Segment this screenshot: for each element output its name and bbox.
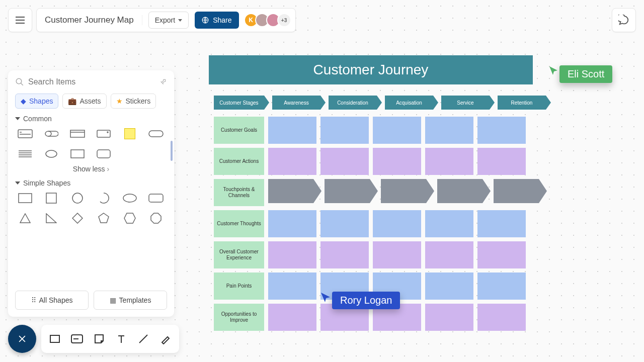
journey-cell[interactable] [320, 210, 369, 237]
row-label[interactable]: Customer Goals [214, 117, 264, 144]
journey-cell[interactable] [373, 241, 421, 268]
presence-label: Rory Logan [332, 292, 400, 309]
shape-wireframe[interactable] [67, 127, 88, 141]
journey-cell[interactable] [268, 241, 316, 268]
shape-rect[interactable] [67, 147, 88, 161]
export-label: Export [155, 16, 175, 24]
svg-point-22 [123, 194, 136, 202]
stage-header[interactable]: Consideration [329, 96, 377, 110]
journey-cell[interactable] [373, 117, 421, 144]
close-fab[interactable] [8, 325, 36, 353]
search-input[interactable] [28, 77, 155, 86]
journey-cell[interactable] [325, 179, 370, 203]
doc-title[interactable]: Customer Journey Map [45, 15, 142, 25]
journey-cell[interactable] [477, 148, 526, 175]
stage-header[interactable]: Retention [498, 96, 546, 110]
journey-cell[interactable] [373, 148, 421, 175]
all-shapes-button[interactable]: ⠿All Shapes [15, 291, 89, 310]
row-label[interactable]: Customer Thoughts [214, 210, 264, 237]
collaborator-avatars[interactable]: K +3 [247, 13, 291, 27]
shape-pill[interactable] [146, 127, 166, 141]
shape-pentagon[interactable] [94, 211, 114, 225]
shape-circle[interactable] [67, 191, 88, 205]
templates-button[interactable]: ▦Templates [94, 291, 167, 310]
chevron-down-icon [15, 182, 20, 185]
journey-cell[interactable] [494, 179, 539, 203]
search-icon [15, 77, 24, 86]
shape-sticky[interactable] [120, 127, 140, 141]
journey-cell[interactable] [268, 148, 316, 175]
shape-roundrect2[interactable] [146, 191, 166, 205]
shape-diamond[interactable] [67, 211, 88, 225]
journey-cell[interactable] [477, 304, 526, 331]
shape-righttriangle[interactable] [41, 211, 61, 225]
journey-cell[interactable] [268, 304, 316, 331]
pin-icon[interactable] [157, 76, 169, 88]
stage-header[interactable]: Acquisation [385, 96, 433, 110]
journey-cell[interactable] [320, 117, 369, 144]
menu-button[interactable] [8, 8, 32, 32]
comment-button[interactable] [612, 8, 636, 32]
shape-lines[interactable] [15, 147, 35, 161]
shape-cylinder[interactable] [41, 127, 61, 141]
shape-square[interactable] [41, 191, 61, 205]
shape-roundrect[interactable] [94, 147, 114, 161]
stage-header[interactable]: Customer Stages [214, 96, 264, 110]
journey-cell[interactable] [477, 210, 526, 237]
row-label[interactable]: Touchpoints & Channels [214, 179, 264, 206]
journey-cell[interactable] [477, 241, 526, 268]
journey-cell[interactable] [477, 273, 526, 300]
journey-cell[interactable] [320, 148, 369, 175]
tool-highlighter[interactable] [159, 332, 172, 345]
shape-rectangle[interactable] [15, 191, 35, 205]
canvas-title[interactable]: Customer Journey [209, 55, 533, 84]
export-button[interactable]: Export [148, 12, 189, 29]
tool-card[interactable] [70, 332, 84, 345]
journey-cell[interactable] [268, 179, 313, 203]
journey-cell[interactable] [425, 117, 473, 144]
journey-cell[interactable] [373, 210, 421, 237]
shape-window[interactable] [94, 127, 114, 141]
tab-assets[interactable]: 💼Assets [62, 94, 106, 109]
stage-header[interactable]: Awareness [272, 96, 320, 110]
shape-triangle[interactable] [15, 211, 35, 225]
shape-arc[interactable] [94, 191, 114, 205]
tab-shapes[interactable]: ◆Shapes [15, 94, 58, 109]
shape-keyboard[interactable] [15, 127, 35, 141]
shape-hexagon[interactable] [120, 211, 140, 225]
shape-ellipse[interactable] [41, 147, 61, 161]
journey-cell[interactable] [437, 179, 482, 203]
cursor-icon [320, 292, 332, 304]
journey-cell[interactable] [381, 179, 426, 203]
stage-header[interactable]: Service [441, 96, 490, 110]
journey-cell[interactable] [477, 117, 526, 144]
journey-cell[interactable] [268, 273, 316, 300]
tab-stickers[interactable]: ★Stickers [111, 94, 156, 109]
shape-octagon[interactable] [146, 211, 166, 225]
row-label[interactable]: Pain Points [214, 273, 264, 300]
journey-cell[interactable] [320, 241, 369, 268]
svg-rect-11 [149, 131, 163, 137]
journey-cell[interactable] [425, 304, 473, 331]
panel-scrollbar[interactable] [171, 141, 173, 161]
tool-rectangle[interactable] [48, 332, 61, 345]
tool-line[interactable] [137, 332, 150, 345]
avatar-more[interactable]: +3 [277, 13, 291, 27]
journey-cell[interactable] [425, 273, 473, 300]
row-label[interactable]: Customer Actions [214, 148, 264, 175]
tool-text[interactable] [115, 332, 128, 345]
journey-cell[interactable] [425, 241, 473, 268]
row-label[interactable]: Overall Customer Experience [214, 241, 264, 268]
globe-icon [202, 17, 209, 24]
tool-sticky[interactable] [93, 332, 106, 345]
journey-cell[interactable] [268, 117, 316, 144]
journey-cell[interactable] [268, 210, 316, 237]
journey-cell[interactable] [425, 210, 473, 237]
journey-cell[interactable] [425, 148, 473, 175]
show-less-button[interactable]: Show less › [15, 165, 167, 173]
section-simple[interactable]: Simple Shapes [15, 179, 167, 187]
section-common[interactable]: Common [15, 115, 167, 123]
row-label[interactable]: Opportunities to Improve [214, 304, 264, 331]
share-button[interactable]: Share [195, 12, 238, 29]
shape-oval[interactable] [120, 191, 140, 205]
